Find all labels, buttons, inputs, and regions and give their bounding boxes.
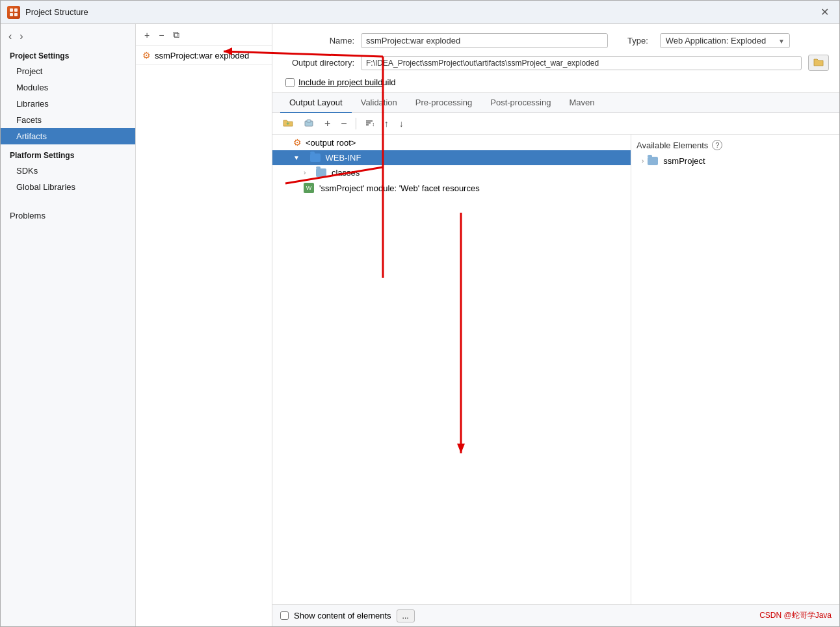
- sidebar-item-sdks[interactable]: SDKs: [1, 163, 135, 179]
- tree-item-classes[interactable]: › classes: [272, 165, 631, 180]
- sidebar-item-label-problems: Problems: [10, 211, 46, 220]
- sidebar-item-label-project: Project: [16, 66, 42, 76]
- sidebar-item-facets[interactable]: Facets: [1, 112, 135, 128]
- web-facet-icon: W: [304, 183, 314, 193]
- sidebar-item-global-libraries[interactable]: Global Libraries: [1, 179, 135, 195]
- copy-artifact-button[interactable]: ⧉: [170, 28, 183, 42]
- include-build-checkbox[interactable]: [285, 78, 295, 87]
- expand-arrow-classes: ›: [304, 169, 306, 176]
- sidebar-item-modules[interactable]: Modules: [1, 79, 135, 96]
- add-button[interactable]: +: [321, 116, 334, 131]
- show-content-label[interactable]: Show content of elements: [294, 611, 391, 620]
- sidebar-item-label-global-libs: Global Libraries: [16, 182, 75, 192]
- tabs-row: Output Layout Validation Pre-processing …: [272, 93, 839, 113]
- add-artifact-button[interactable]: +: [141, 29, 153, 42]
- tree-item-ssm-module-web[interactable]: W 'ssmProject' module: 'Web' facet resou…: [272, 180, 631, 196]
- toolbar-separator: [356, 118, 356, 129]
- sidebar-item-project[interactable]: Project: [1, 63, 135, 79]
- available-item-ssm-project[interactable]: › ssmProject: [637, 154, 834, 168]
- close-button[interactable]: ✕: [817, 5, 833, 20]
- svg-rect-0: [10, 8, 13, 12]
- back-button[interactable]: ‹: [6, 29, 14, 44]
- expand-arrow-web-inf: ▼: [293, 154, 300, 161]
- tab-validation[interactable]: Validation: [352, 93, 406, 113]
- tree-item-label-web-inf: WEB-INF: [326, 153, 361, 163]
- tree-item-output-root[interactable]: ⚙ <output root>: [272, 135, 631, 150]
- tree-item-label-classes: classes: [332, 168, 360, 178]
- output-root-icon: ⚙: [293, 137, 302, 148]
- sidebar-item-label-facets: Facets: [16, 115, 42, 125]
- output-dir-input[interactable]: [361, 56, 802, 70]
- include-build-label[interactable]: Include in project builduild: [298, 77, 396, 87]
- type-label: Type:: [627, 36, 648, 46]
- svg-text:↕: ↕: [372, 121, 374, 127]
- move-down-button[interactable]: ↓: [395, 117, 408, 130]
- output-dir-label: Output directory:: [283, 58, 354, 68]
- browse-folder-button[interactable]: [808, 55, 829, 71]
- sort-button[interactable]: ↕: [361, 117, 378, 131]
- app-icon: [7, 6, 20, 19]
- sidebar-item-libraries[interactable]: Libraries: [1, 96, 135, 112]
- svg-rect-2: [10, 13, 13, 16]
- project-folder-icon: [648, 157, 658, 165]
- create-dir-button[interactable]: +: [279, 117, 297, 131]
- remove-artifact-button[interactable]: −: [155, 29, 167, 42]
- tab-post-processing[interactable]: Post-processing: [481, 93, 560, 113]
- svg-text:+: +: [286, 120, 289, 127]
- sidebar-item-label-sdks: SDKs: [16, 166, 38, 176]
- sidebar-item-problems[interactable]: Problems: [1, 206, 135, 223]
- svg-rect-6: [307, 120, 311, 122]
- project-settings-label: Project Settings: [1, 46, 135, 63]
- name-input[interactable]: [361, 33, 608, 48]
- platform-settings-label: Platform Settings: [1, 144, 135, 163]
- available-elements-panel: Available Elements ? › ssmProject: [631, 135, 839, 604]
- folder-icon-web-inf: [310, 153, 321, 162]
- sidebar-item-label-libraries: Libraries: [16, 99, 49, 109]
- forward-button[interactable]: ›: [17, 29, 25, 44]
- sidebar-item-label-modules: Modules: [16, 83, 48, 92]
- tab-output-layout[interactable]: Output Layout: [280, 93, 352, 113]
- sidebar-item-label-artifacts: Artifacts: [16, 131, 47, 141]
- artifact-entry-label: ssmProject:war exploded: [155, 51, 249, 60]
- tab-pre-processing[interactable]: Pre-processing: [406, 93, 481, 113]
- artifact-icon: ⚙: [142, 50, 151, 60]
- available-item-label: ssmProject: [663, 156, 705, 166]
- tab-maven[interactable]: Maven: [560, 93, 603, 113]
- tree-item-web-inf[interactable]: ▼ WEB-INF: [272, 150, 631, 165]
- ellipsis-button[interactable]: ...: [397, 609, 415, 622]
- artifact-entry[interactable]: ⚙ ssmProject:war exploded: [136, 46, 272, 65]
- output-layout-tree: ⚙ <output root> ▼ WEB-INF: [272, 135, 631, 604]
- show-content-checkbox[interactable]: [280, 611, 289, 620]
- tree-item-label-output-root: <output root>: [306, 138, 356, 148]
- available-elements-header: Available Elements: [637, 140, 708, 150]
- watermark: CSDN @蛇哥学Java: [759, 610, 832, 621]
- type-select[interactable]: Web Application: Exploded: [660, 33, 790, 48]
- svg-rect-1: [14, 8, 18, 12]
- folder-icon-classes: [316, 168, 326, 177]
- window-title: Project Structure: [25, 7, 88, 17]
- minus-button[interactable]: −: [337, 116, 350, 131]
- move-up-button[interactable]: ↑: [380, 117, 393, 130]
- tree-item-label-ssm-module: 'ssmProject' module: 'Web' facet resourc…: [319, 183, 480, 193]
- help-icon[interactable]: ?: [712, 140, 722, 150]
- sidebar-item-artifacts[interactable]: Artifacts: [1, 128, 135, 144]
- expand-icon: ›: [642, 157, 644, 165]
- package-button[interactable]: [300, 117, 318, 131]
- name-label: Name:: [283, 36, 354, 46]
- svg-rect-3: [14, 13, 18, 16]
